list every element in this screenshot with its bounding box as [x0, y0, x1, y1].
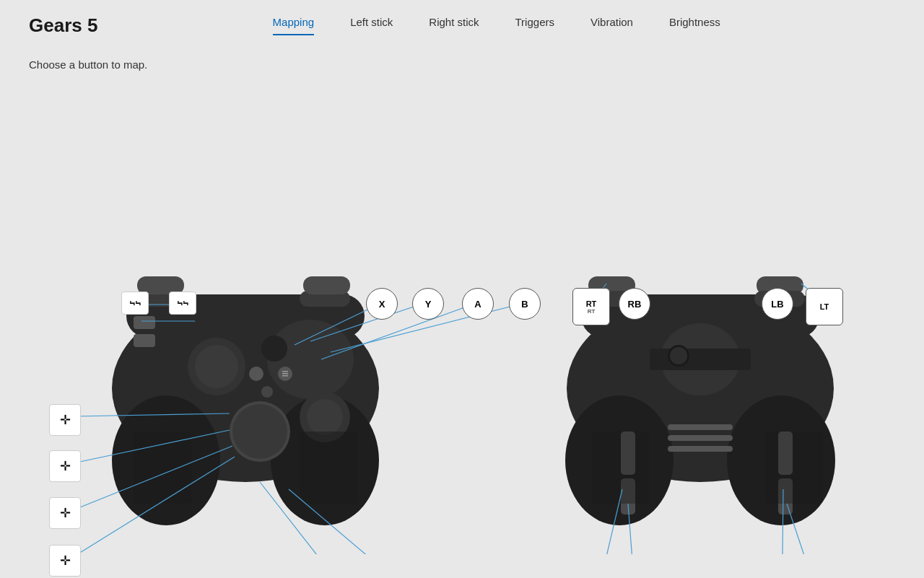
a-label: A — [474, 299, 481, 310]
svg-rect-23 — [303, 276, 350, 294]
tab-brightness[interactable]: Brightness — [669, 16, 720, 35]
tab-mapping[interactable]: Mapping — [273, 16, 315, 35]
dpad-down-button[interactable]: ✛ — [49, 497, 81, 529]
svg-point-12 — [249, 367, 263, 381]
dpad-up-button[interactable]: ✛ — [49, 404, 81, 436]
svg-point-33 — [670, 347, 687, 364]
x-label: X — [379, 299, 385, 310]
svg-point-10 — [232, 404, 287, 459]
rt-button[interactable]: RT RT — [572, 288, 610, 325]
paddle-left-1-icon: ⨫⨫ — [129, 297, 141, 310]
main-content: ⨫⨫ ⨫⨫ X Y A B ✛ ✛ ✛ ✛ ⊤ ⊥ ⊤ ⊥ — [0, 78, 924, 569]
dpad-extra-button[interactable]: ✛ — [49, 545, 81, 577]
svg-rect-45 — [668, 435, 733, 441]
svg-rect-19 — [300, 432, 357, 504]
dpad-left-icon: ✛ — [60, 458, 71, 474]
a-button[interactable]: A — [462, 288, 494, 320]
svg-rect-14 — [282, 371, 288, 372]
tab-vibration[interactable]: Vibration — [590, 16, 633, 35]
y-label: Y — [425, 299, 432, 310]
header: Gears 5 Mapping Left stick Right stick T… — [0, 0, 924, 37]
rt-sub: RT — [588, 308, 596, 315]
b-label: B — [521, 299, 528, 310]
lb-button[interactable]: LB — [762, 288, 793, 320]
svg-rect-15 — [282, 373, 288, 375]
lb-label: LB — [771, 299, 783, 310]
svg-rect-46 — [668, 446, 733, 452]
dpad-left-button[interactable]: ✛ — [49, 450, 81, 482]
svg-point-17 — [261, 386, 273, 398]
nav-tabs: Mapping Left stick Right stick Triggers … — [97, 16, 895, 35]
paddle-left-1-button[interactable]: ⨫⨫ — [121, 292, 149, 315]
svg-point-11 — [261, 336, 287, 362]
svg-rect-31 — [650, 349, 751, 370]
svg-rect-18 — [134, 432, 191, 504]
paddle-left-2-button[interactable]: ⨫⨫ — [169, 292, 196, 315]
b-button[interactable]: B — [509, 288, 541, 320]
y-button[interactable]: Y — [412, 288, 444, 320]
rt-label: RT — [586, 299, 597, 308]
rb-button[interactable]: RB — [619, 288, 650, 320]
rb-label: RB — [628, 299, 642, 310]
lt-label: LT — [820, 302, 829, 311]
dpad-extra-icon: ✛ — [60, 553, 71, 569]
svg-rect-43 — [765, 432, 823, 504]
paddle-left-2-icon: ⨫⨫ — [177, 297, 188, 310]
svg-rect-42 — [592, 432, 650, 504]
game-title: Gears 5 — [29, 14, 97, 37]
tab-right-stick[interactable]: Right stick — [429, 16, 479, 35]
svg-rect-24 — [134, 316, 155, 329]
tab-triggers[interactable]: Triggers — [515, 16, 554, 35]
svg-point-6 — [195, 345, 238, 388]
lt-button[interactable]: LT — [806, 288, 843, 325]
x-button[interactable]: X — [366, 288, 398, 320]
svg-point-8 — [307, 399, 343, 435]
tab-left-stick[interactable]: Left stick — [350, 16, 393, 35]
svg-rect-16 — [282, 375, 288, 377]
dpad-up-icon: ✛ — [60, 412, 71, 428]
dpad-down-icon: ✛ — [60, 505, 71, 521]
svg-rect-25 — [134, 334, 155, 347]
subtitle: Choose a button to map. — [0, 37, 924, 78]
svg-rect-44 — [668, 424, 733, 430]
